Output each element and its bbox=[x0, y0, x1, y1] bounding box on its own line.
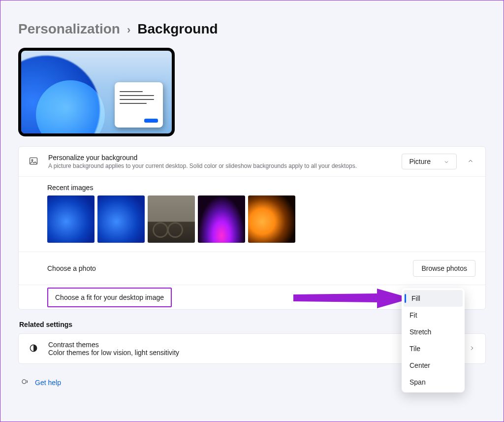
fit-dropdown-menu: Fill Fit Stretch Tile Center Span bbox=[402, 288, 465, 392]
recent-image-5[interactable] bbox=[248, 195, 295, 243]
svg-point-4 bbox=[22, 380, 26, 384]
breadcrumb: Personalization › Background bbox=[18, 21, 486, 37]
breadcrumb-current: Background bbox=[137, 21, 218, 37]
background-type-dropdown[interactable]: Picture bbox=[402, 154, 457, 169]
annotation-highlight-box: Choose a fit for your desktop image bbox=[47, 288, 172, 307]
breadcrumb-parent[interactable]: Personalization bbox=[18, 21, 120, 37]
help-icon bbox=[21, 378, 29, 387]
chevron-right-icon bbox=[469, 345, 475, 353]
section-collapse-button[interactable] bbox=[466, 158, 475, 166]
image-icon bbox=[29, 156, 39, 167]
chevron-down-icon bbox=[443, 159, 449, 164]
choose-photo-label: Choose a photo bbox=[47, 264, 413, 272]
choose-photo-row: Choose a photo Browse photos bbox=[19, 252, 485, 285]
preview-window-icon bbox=[115, 82, 163, 128]
fit-option-center[interactable]: Center bbox=[404, 357, 463, 374]
personalize-row: Personalize your background A picture ba… bbox=[19, 147, 485, 176]
breadcrumb-separator: › bbox=[127, 24, 130, 36]
get-help-link[interactable]: Get help bbox=[35, 379, 61, 387]
svg-point-1 bbox=[32, 160, 33, 161]
recent-image-4[interactable] bbox=[198, 195, 245, 243]
fit-option-span[interactable]: Span bbox=[404, 374, 463, 390]
svg-marker-2 bbox=[293, 289, 411, 308]
recent-image-2[interactable] bbox=[97, 195, 145, 243]
fit-option-fit[interactable]: Fit bbox=[404, 307, 463, 324]
personalize-title: Personalize your background bbox=[48, 154, 402, 162]
svg-rect-0 bbox=[30, 158, 37, 164]
fit-option-fill[interactable]: Fill bbox=[404, 290, 463, 307]
recent-images-section: Recent images bbox=[19, 176, 485, 252]
contrast-icon bbox=[29, 343, 39, 355]
annotation-arrow bbox=[293, 289, 411, 310]
desktop-preview bbox=[18, 48, 175, 136]
recent-image-1[interactable] bbox=[47, 195, 94, 243]
browse-photos-button[interactable]: Browse photos bbox=[413, 260, 475, 277]
fit-option-tile[interactable]: Tile bbox=[404, 340, 463, 357]
recent-images-label: Recent images bbox=[47, 184, 475, 192]
background-type-value: Picture bbox=[409, 158, 431, 165]
choose-fit-label: Choose a fit for your desktop image bbox=[55, 293, 164, 301]
recent-image-3[interactable] bbox=[148, 195, 195, 243]
choose-fit-row: Choose a fit for your desktop image Fill… bbox=[19, 285, 485, 309]
background-settings-panel: Personalize your background A picture ba… bbox=[18, 146, 486, 310]
fit-option-stretch[interactable]: Stretch bbox=[404, 324, 463, 340]
personalize-desc: A picture background applies to your cur… bbox=[48, 162, 402, 169]
